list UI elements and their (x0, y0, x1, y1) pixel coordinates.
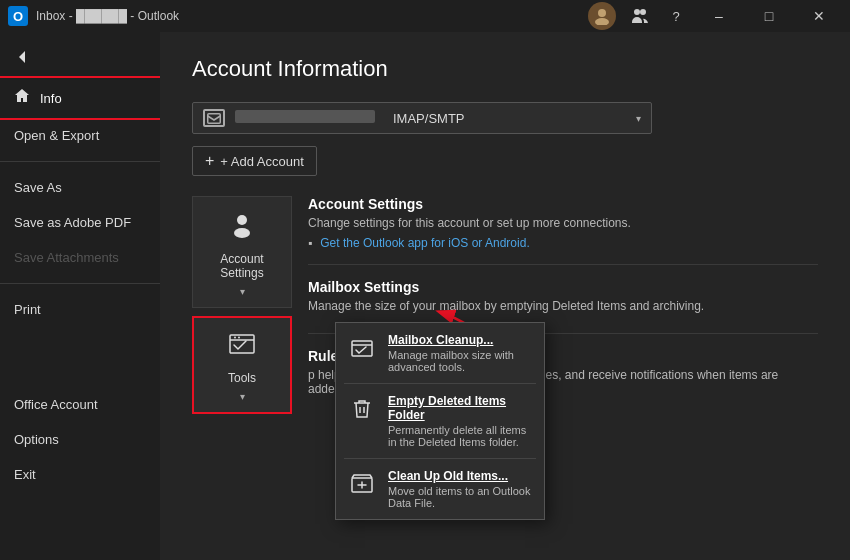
mailbox-cleanup-desc: Manage mailbox size with advanced tools. (388, 349, 532, 373)
close-button[interactable]: ✕ (796, 0, 842, 32)
mailbox-settings-title: Mailbox Settings (308, 279, 818, 295)
svg-point-3 (237, 215, 247, 225)
sidebar-item-label-info: Info (40, 91, 62, 106)
tools-arrow: ▾ (240, 391, 245, 402)
bullet-icon: ▪ (308, 236, 312, 250)
sidebar-item-label-options: Options (14, 432, 59, 447)
sidebar-item-label-save-as: Save As (14, 180, 62, 195)
sidebar: Info Open & Export Save As Save as Adobe… (0, 32, 160, 560)
maximize-button[interactable]: □ (746, 0, 792, 32)
email-icon (203, 109, 225, 127)
account-settings-arrow: ▾ (240, 286, 245, 297)
account-settings-desc: Change settings for this account or set … (308, 216, 818, 230)
clean-up-old-item[interactable]: Clean Up Old Items... Move old items to … (336, 459, 544, 519)
mailbox-settings-desc: Manage the size of your mailbox by empty… (308, 299, 818, 313)
empty-deleted-title: Empty Deleted Items Folder (388, 394, 532, 422)
sidebar-divider-1 (0, 161, 160, 162)
clean-up-old-desc: Move old items to an Outlook Data File. (388, 485, 532, 509)
account-name-blur (235, 110, 375, 126)
account-selector: IMAP/SMTP ▾ (192, 102, 818, 134)
tools-dropdown-menu: Mailbox Cleanup... Manage mailbox size w… (335, 322, 545, 520)
svg-point-4 (234, 228, 250, 238)
home-icon (14, 88, 30, 108)
sidebar-item-save-as[interactable]: Save As (0, 170, 160, 205)
people-icon[interactable] (624, 0, 656, 32)
sidebar-item-office-account[interactable]: Office Account (0, 387, 160, 422)
account-settings-panel: Account Settings Change settings for thi… (292, 196, 818, 264)
mailbox-cleanup-icon (348, 334, 376, 362)
outlook-app-link[interactable]: ▪ Get the Outlook app for iOS or Android… (308, 236, 818, 250)
account-settings-icon (228, 211, 256, 246)
panel-divider (308, 264, 818, 265)
empty-deleted-desc: Permanently delete all items in the Dele… (388, 424, 532, 448)
tools-label: Tools (228, 371, 256, 385)
sidebar-item-options[interactable]: Options (0, 422, 160, 457)
add-account-button[interactable]: + + Add Account (192, 146, 317, 176)
user-avatar[interactable] (588, 2, 616, 30)
account-settings-card[interactable]: AccountSettings ▾ (192, 196, 292, 308)
add-account-label: + Add Account (220, 154, 303, 169)
sidebar-item-open-export[interactable]: Open & Export (0, 118, 160, 153)
account-dropdown[interactable]: IMAP/SMTP ▾ (192, 102, 652, 134)
sidebar-item-label-save-as-adobe: Save as Adobe PDF (14, 215, 131, 230)
sidebar-item-label-exit: Exit (14, 467, 36, 482)
titlebar-title: Inbox - ██████ - Outlook (36, 9, 179, 23)
tools-card[interactable]: Tools ▾ (192, 316, 292, 414)
account-type-label: IMAP/SMTP (393, 111, 465, 126)
outlook-logo: O (8, 6, 28, 26)
sidebar-item-label-print: Print (14, 302, 41, 317)
tools-icon (228, 332, 256, 365)
sidebar-item-label-open-export: Open & Export (14, 128, 99, 143)
svg-point-0 (598, 9, 606, 17)
sidebar-item-label-save-attachments: Save Attachments (14, 250, 119, 265)
dropdown-chevron: ▾ (636, 113, 641, 124)
sidebar-item-save-as-adobe[interactable]: Save as Adobe PDF (0, 205, 160, 240)
mailbox-cleanup-item[interactable]: Mailbox Cleanup... Manage mailbox size w… (336, 323, 544, 383)
titlebar: O Inbox - ██████ - Outlook ? – □ ✕ (0, 0, 850, 32)
main-container: Info Open & Export Save As Save as Adobe… (0, 32, 850, 560)
minimize-button[interactable]: – (696, 0, 742, 32)
sidebar-item-save-attachments: Save Attachments (0, 240, 160, 275)
trash-icon (348, 395, 376, 423)
plus-icon: + (205, 152, 214, 170)
empty-deleted-item[interactable]: Empty Deleted Items Folder Permanently d… (336, 384, 544, 458)
cards-column: AccountSettings ▾ Tools (192, 196, 292, 416)
titlebar-left: O Inbox - ██████ - Outlook (8, 6, 179, 26)
sidebar-item-info[interactable]: Info (0, 78, 160, 118)
titlebar-right: ? – □ ✕ (588, 0, 842, 32)
account-settings-title: Account Settings (308, 196, 818, 212)
svg-rect-8 (352, 341, 372, 356)
svg-rect-2 (208, 113, 221, 123)
page-title: Account Information (192, 56, 818, 82)
help-icon[interactable]: ? (660, 0, 692, 32)
sidebar-divider-2 (0, 283, 160, 284)
sidebar-back-button[interactable] (0, 40, 160, 74)
clean-up-old-title: Clean Up Old Items... (388, 469, 532, 483)
account-settings-label: AccountSettings (220, 252, 263, 280)
sidebar-item-print[interactable]: Print (0, 292, 160, 327)
content-area: Account Information IMAP/SMTP ▾ + + Add … (160, 32, 850, 560)
archive-icon (348, 470, 376, 498)
sidebar-item-label-office-account: Office Account (14, 397, 98, 412)
mailbox-cleanup-title: Mailbox Cleanup... (388, 333, 532, 347)
sidebar-item-exit[interactable]: Exit (0, 457, 160, 492)
svg-point-1 (595, 18, 609, 25)
